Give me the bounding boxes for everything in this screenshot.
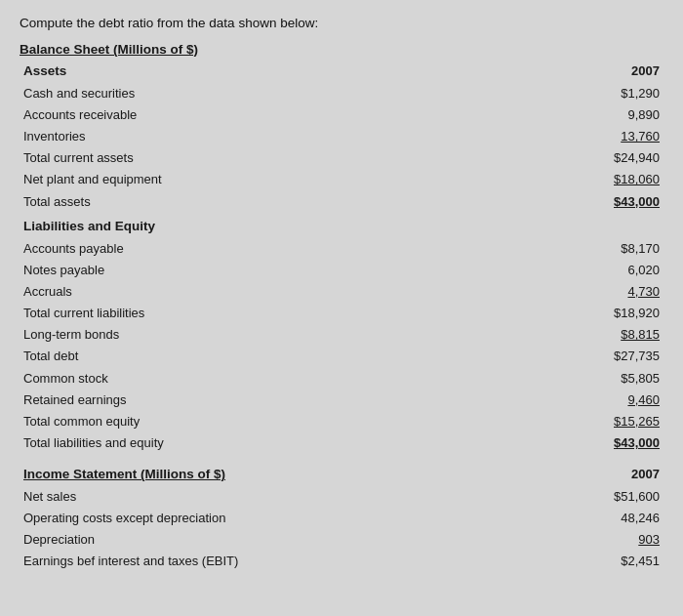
row-value: $43,000	[406, 432, 663, 454]
table-row: Earnings bef interest and taxes (EBIT) $…	[20, 551, 663, 572]
row-label: Notes payable	[20, 260, 406, 281]
row-value: $5,805	[406, 368, 663, 390]
row-label: Total current liabilities	[20, 303, 406, 324]
row-label: Operating costs except depreciation	[20, 508, 406, 529]
table-row: Total current assets $24,940	[20, 147, 663, 169]
page-content: Compute the debt ratio from the data sho…	[20, 16, 663, 577]
row-label: Cash and securities	[20, 83, 406, 104]
row-label: Common stock	[20, 368, 406, 390]
income-statement-title: Income Statement (Millions of $)	[23, 467, 225, 481]
row-label: Long-term bonds	[20, 324, 406, 346]
row-label: Accounts receivable	[20, 104, 406, 126]
table-row: Total debt $27,735	[20, 346, 663, 367]
row-value: 4,730	[406, 281, 663, 303]
table-row: Total liabilities and equity $43,000	[20, 432, 663, 454]
table-row: Common stock $5,805	[20, 368, 663, 390]
intro-text: Compute the debt ratio from the data sho…	[20, 16, 663, 30]
liabilities-header-row: Liabilities and Equity	[20, 213, 663, 238]
table-row: Inventories 13,760	[20, 126, 663, 147]
table-row: Cash and securities $1,290	[20, 83, 663, 104]
row-label: Total current assets	[20, 147, 406, 169]
assets-label: Assets	[23, 63, 66, 78]
table-row: Net plant and equipment $18,060	[20, 169, 663, 190]
row-value: $8,170	[406, 238, 663, 260]
row-label: Retained earnings	[20, 390, 406, 411]
row-label: Net sales	[20, 486, 406, 508]
row-value: 48,246	[406, 508, 663, 529]
row-value: 9,890	[406, 104, 663, 126]
table-row: Accruals 4,730	[20, 281, 663, 303]
balance-sheet-title: Balance Sheet (Millions of $)	[20, 42, 663, 57]
row-label: Depreciation	[20, 529, 406, 551]
table-row: Total common equity $15,265	[20, 411, 663, 432]
row-value: 903	[406, 529, 663, 551]
row-value: $27,735	[406, 346, 663, 367]
table-row: Total assets $43,000	[20, 191, 663, 213]
row-value: 6,020	[406, 260, 663, 281]
income-statement-table: Income Statement (Millions of $) 2007 Ne…	[20, 464, 663, 572]
row-value: $51,600	[406, 486, 663, 508]
income-statement-year: 2007	[406, 464, 663, 486]
row-label: Total common equity	[20, 411, 406, 432]
row-label: Earnings bef interest and taxes (EBIT)	[20, 551, 406, 572]
row-label: Total debt	[20, 346, 406, 367]
row-label: Accruals	[20, 281, 406, 303]
assets-table: Assets 2007 Cash and securities $1,290 A…	[20, 61, 663, 454]
row-label: Total assets	[20, 191, 406, 213]
row-value: 13,760	[406, 126, 663, 147]
row-label: Accounts payable	[20, 238, 406, 260]
row-value: $24,940	[406, 147, 663, 169]
balance-sheet-year: 2007	[406, 61, 663, 83]
table-row: Accounts payable $8,170	[20, 238, 663, 260]
row-value: $15,265	[406, 411, 663, 432]
table-row: Depreciation 903	[20, 529, 663, 551]
row-label: Inventories	[20, 126, 406, 147]
row-value: 9,460	[406, 390, 663, 411]
row-label: Net plant and equipment	[20, 169, 406, 190]
row-value: $18,060	[406, 169, 663, 190]
table-row: Long-term bonds $8,815	[20, 324, 663, 346]
row-value: $43,000	[406, 191, 663, 213]
table-row: Total current liabilities $18,920	[20, 303, 663, 324]
row-value: $8,815	[406, 324, 663, 346]
row-label: Total liabilities and equity	[20, 432, 406, 454]
table-row: Net sales $51,600	[20, 486, 663, 508]
row-value: $1,290	[406, 83, 663, 104]
table-row: Operating costs except depreciation 48,2…	[20, 508, 663, 529]
row-value: $2,451	[406, 551, 663, 572]
table-row: Notes payable 6,020	[20, 260, 663, 281]
liabilities-label: Liabilities and Equity	[23, 219, 155, 233]
table-row: Retained earnings 9,460	[20, 390, 663, 411]
row-value: $18,920	[406, 303, 663, 324]
table-row: Accounts receivable 9,890	[20, 104, 663, 126]
